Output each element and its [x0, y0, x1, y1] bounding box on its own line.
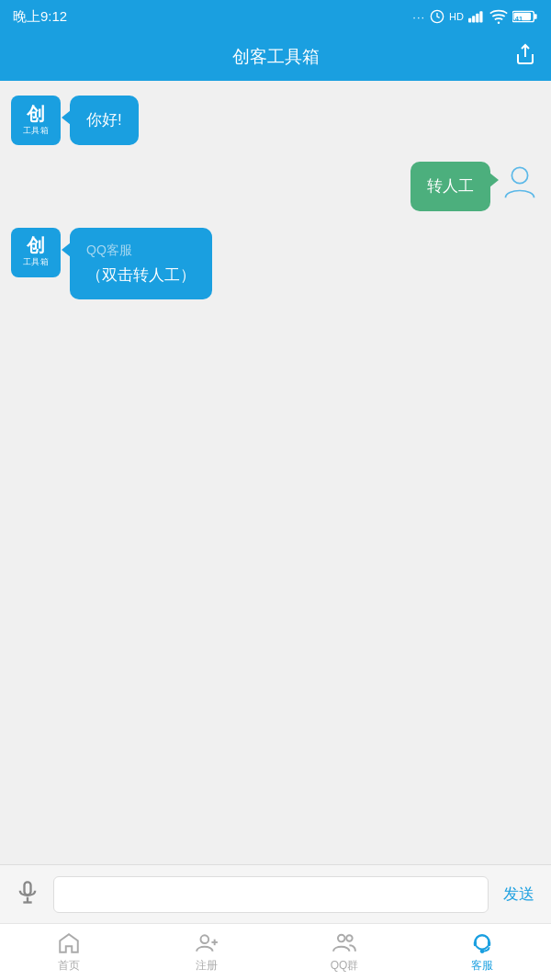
- svg-rect-3: [476, 14, 478, 23]
- status-time: 晚上9:12: [13, 8, 67, 26]
- svg-rect-2: [472, 16, 475, 22]
- headset-icon: [470, 931, 494, 955]
- svg-point-18: [338, 934, 345, 941]
- user-avatar-icon: [502, 164, 537, 199]
- battery-icon: 41: [512, 9, 538, 24]
- bot-message-2-label: QQ客服: [86, 241, 196, 260]
- svg-point-5: [498, 21, 500, 24]
- clock-icon: [430, 9, 444, 24]
- svg-point-23: [481, 950, 484, 952]
- svg-rect-4: [479, 11, 482, 22]
- bot-message-1-text: 你好!: [86, 111, 122, 129]
- bot-bubble-2[interactable]: QQ客服 （双击转人工）: [70, 228, 212, 300]
- svg-rect-1: [468, 18, 471, 23]
- bot-message-2-text: （双击转人工）: [86, 264, 196, 287]
- nav-item-home[interactable]: 首页: [0, 924, 138, 980]
- message-row-2: 转人工: [11, 162, 540, 211]
- nav-item-qq-group[interactable]: QQ群: [276, 924, 413, 980]
- nav-label-register: 注册: [196, 958, 218, 974]
- svg-rect-22: [488, 941, 490, 945]
- status-bar: 晚上9:12 ··· HD 41: [0, 0, 551, 33]
- svg-rect-21: [474, 941, 477, 945]
- message-input[interactable]: [53, 876, 489, 913]
- bot-avatar-2: 创 工具箱: [11, 228, 61, 277]
- user-bubble-1[interactable]: 转人工: [410, 162, 490, 211]
- signal-dots: ···: [412, 10, 425, 24]
- bot-bubble-1[interactable]: 你好!: [70, 96, 139, 145]
- home-icon: [57, 931, 81, 955]
- signal-icon: [468, 9, 485, 24]
- hd-label: HD: [449, 11, 464, 22]
- nav-item-register[interactable]: 注册: [138, 924, 276, 980]
- input-area: 发送: [0, 864, 551, 923]
- mic-button[interactable]: [11, 876, 44, 912]
- bot-avatar-char: 创: [27, 105, 45, 123]
- bot-avatar-sub-2: 工具箱: [23, 256, 50, 268]
- user-message-1-text: 转人工: [427, 177, 474, 195]
- microphone-icon: [15, 895, 40, 908]
- message-row-1: 创 工具箱 你好!: [11, 96, 540, 145]
- bot-avatar-char-2: 创: [27, 236, 45, 254]
- send-button[interactable]: 发送: [498, 880, 540, 908]
- user-avatar: [500, 162, 540, 202]
- svg-rect-12: [25, 882, 31, 895]
- nav-label-service: 客服: [471, 958, 493, 974]
- wifi-icon: [489, 9, 508, 24]
- nav-label-qq-group: QQ群: [331, 958, 359, 974]
- bot-avatar-1: 创 工具箱: [11, 96, 61, 145]
- share-button[interactable]: [514, 43, 536, 71]
- nav-label-home: 首页: [58, 958, 80, 974]
- bot-avatar-sub: 工具箱: [23, 125, 50, 137]
- svg-text:41: 41: [515, 15, 523, 23]
- svg-point-15: [201, 935, 209, 943]
- nav-item-service[interactable]: 客服: [413, 924, 551, 980]
- bottom-nav: 首页 注册 QQ群 客服: [0, 923, 551, 980]
- svg-point-19: [346, 935, 353, 941]
- qq-group-icon: [332, 931, 356, 955]
- svg-point-11: [512, 167, 527, 183]
- header-title: 创客工具箱: [232, 45, 320, 69]
- status-icons: ··· HD 41: [412, 9, 538, 24]
- chat-area: 创 工具箱 你好! 转人工 创 工具箱 QQ客服 （双击转人工）: [0, 81, 551, 864]
- svg-rect-7: [534, 14, 537, 19]
- register-icon: [195, 931, 219, 955]
- header: 创客工具箱: [0, 33, 551, 81]
- message-row-3: 创 工具箱 QQ客服 （双击转人工）: [11, 228, 540, 300]
